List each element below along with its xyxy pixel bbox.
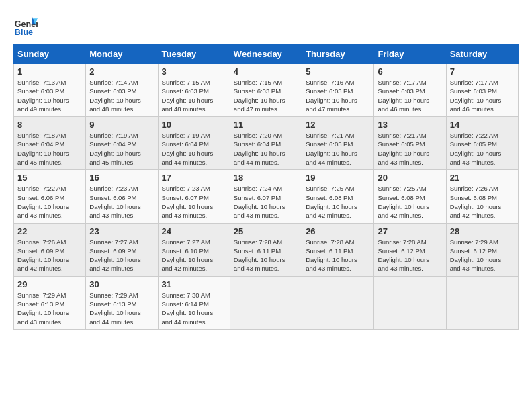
calendar-cell: 8Sunrise: 7:18 AM Sunset: 6:04 PM Daylig… bbox=[14, 117, 86, 170]
day-number: 10 bbox=[162, 120, 226, 130]
day-number: 13 bbox=[378, 120, 442, 130]
calendar-cell: 16Sunrise: 7:23 AM Sunset: 6:06 PM Dayli… bbox=[86, 170, 158, 223]
calendar-cell: 22Sunrise: 7:26 AM Sunset: 6:09 PM Dayli… bbox=[14, 223, 86, 276]
day-number: 5 bbox=[306, 66, 370, 77]
calendar-cell: 23Sunrise: 7:27 AM Sunset: 6:09 PM Dayli… bbox=[86, 223, 158, 276]
calendar-cell: 10Sunrise: 7:19 AM Sunset: 6:04 PM Dayli… bbox=[158, 117, 230, 170]
calendar-cell: 26Sunrise: 7:28 AM Sunset: 6:11 PM Dayli… bbox=[302, 223, 374, 276]
calendar-cell: 31Sunrise: 7:30 AM Sunset: 6:14 PM Dayli… bbox=[158, 276, 230, 329]
calendar-cell bbox=[230, 276, 302, 329]
week-row-2: 15Sunrise: 7:22 AM Sunset: 6:06 PM Dayli… bbox=[14, 170, 519, 223]
day-number: 18 bbox=[234, 173, 298, 183]
calendar-cell: 30Sunrise: 7:29 AM Sunset: 6:13 PM Dayli… bbox=[86, 276, 158, 329]
week-row-4: 29Sunrise: 7:29 AM Sunset: 6:13 PM Dayli… bbox=[14, 276, 519, 329]
calendar-cell: 7Sunrise: 7:17 AM Sunset: 6:03 PM Daylig… bbox=[446, 64, 518, 117]
cell-content: Sunrise: 7:30 AM Sunset: 6:14 PM Dayligh… bbox=[162, 291, 226, 326]
day-number: 29 bbox=[17, 279, 82, 289]
cell-content: Sunrise: 7:29 AM Sunset: 6:13 PM Dayligh… bbox=[89, 291, 154, 326]
calendar-cell: 25Sunrise: 7:28 AM Sunset: 6:11 PM Dayli… bbox=[230, 223, 302, 276]
cell-content: Sunrise: 7:19 AM Sunset: 6:04 PM Dayligh… bbox=[89, 131, 154, 167]
day-number: 23 bbox=[89, 226, 154, 236]
col-header-tuesday: Tuesday bbox=[158, 45, 230, 64]
week-row-1: 8Sunrise: 7:18 AM Sunset: 6:04 PM Daylig… bbox=[14, 117, 519, 170]
day-number: 4 bbox=[234, 66, 298, 77]
day-number: 19 bbox=[306, 173, 370, 183]
day-number: 26 bbox=[306, 226, 370, 236]
calendar-cell bbox=[302, 276, 374, 329]
svg-text:Blue: Blue bbox=[15, 28, 33, 37]
cell-content: Sunrise: 7:21 AM Sunset: 6:05 PM Dayligh… bbox=[306, 131, 370, 167]
cell-content: Sunrise: 7:16 AM Sunset: 6:03 PM Dayligh… bbox=[306, 78, 370, 113]
cell-content: Sunrise: 7:19 AM Sunset: 6:04 PM Dayligh… bbox=[162, 131, 226, 167]
day-number: 2 bbox=[89, 66, 154, 77]
calendar-cell: 4Sunrise: 7:15 AM Sunset: 6:03 PM Daylig… bbox=[230, 64, 302, 117]
col-header-thursday: Thursday bbox=[302, 45, 374, 64]
cell-content: Sunrise: 7:14 AM Sunset: 6:03 PM Dayligh… bbox=[89, 78, 154, 113]
cell-content: Sunrise: 7:20 AM Sunset: 6:04 PM Dayligh… bbox=[234, 131, 298, 167]
calendar-table: SundayMondayTuesdayWednesdayThursdayFrid… bbox=[13, 44, 519, 330]
calendar-cell: 18Sunrise: 7:24 AM Sunset: 6:07 PM Dayli… bbox=[230, 170, 302, 223]
calendar-cell: 3Sunrise: 7:15 AM Sunset: 6:03 PM Daylig… bbox=[158, 64, 230, 117]
calendar-cell: 5Sunrise: 7:16 AM Sunset: 6:03 PM Daylig… bbox=[302, 64, 374, 117]
calendar-cell: 20Sunrise: 7:25 AM Sunset: 6:08 PM Dayli… bbox=[374, 170, 446, 223]
day-number: 7 bbox=[450, 66, 515, 77]
col-header-saturday: Saturday bbox=[446, 45, 518, 64]
cell-content: Sunrise: 7:28 AM Sunset: 6:11 PM Dayligh… bbox=[234, 238, 298, 273]
calendar-cell: 6Sunrise: 7:17 AM Sunset: 6:03 PM Daylig… bbox=[374, 64, 446, 117]
cell-content: Sunrise: 7:28 AM Sunset: 6:11 PM Dayligh… bbox=[306, 238, 370, 273]
col-header-monday: Monday bbox=[86, 45, 158, 64]
cell-content: Sunrise: 7:15 AM Sunset: 6:03 PM Dayligh… bbox=[162, 78, 226, 113]
cell-content: Sunrise: 7:25 AM Sunset: 6:08 PM Dayligh… bbox=[378, 184, 442, 220]
cell-content: Sunrise: 7:27 AM Sunset: 6:10 PM Dayligh… bbox=[162, 238, 226, 273]
cell-content: Sunrise: 7:24 AM Sunset: 6:07 PM Dayligh… bbox=[234, 184, 298, 220]
day-number: 21 bbox=[450, 173, 515, 183]
day-number: 31 bbox=[162, 279, 226, 289]
cell-content: Sunrise: 7:26 AM Sunset: 6:09 PM Dayligh… bbox=[17, 238, 82, 273]
day-number: 3 bbox=[162, 66, 226, 77]
week-row-0: 1Sunrise: 7:13 AM Sunset: 6:03 PM Daylig… bbox=[14, 64, 519, 117]
cell-content: Sunrise: 7:23 AM Sunset: 6:06 PM Dayligh… bbox=[89, 184, 154, 220]
calendar-cell: 27Sunrise: 7:28 AM Sunset: 6:12 PM Dayli… bbox=[374, 223, 446, 276]
col-header-sunday: Sunday bbox=[14, 45, 86, 64]
day-number: 8 bbox=[17, 120, 82, 130]
cell-content: Sunrise: 7:27 AM Sunset: 6:09 PM Dayligh… bbox=[89, 238, 154, 273]
cell-content: Sunrise: 7:18 AM Sunset: 6:04 PM Dayligh… bbox=[17, 131, 82, 167]
day-number: 17 bbox=[162, 173, 226, 183]
day-number: 11 bbox=[234, 120, 298, 130]
day-number: 16 bbox=[89, 173, 154, 183]
calendar-cell: 29Sunrise: 7:29 AM Sunset: 6:13 PM Dayli… bbox=[14, 276, 86, 329]
calendar-cell: 15Sunrise: 7:22 AM Sunset: 6:06 PM Dayli… bbox=[14, 170, 86, 223]
calendar-cell: 12Sunrise: 7:21 AM Sunset: 6:05 PM Dayli… bbox=[302, 117, 374, 170]
day-number: 30 bbox=[89, 279, 154, 289]
cell-content: Sunrise: 7:23 AM Sunset: 6:07 PM Dayligh… bbox=[162, 184, 226, 220]
day-number: 12 bbox=[306, 120, 370, 130]
col-header-friday: Friday bbox=[374, 45, 446, 64]
day-number: 22 bbox=[17, 226, 82, 236]
day-number: 9 bbox=[89, 120, 154, 130]
cell-content: Sunrise: 7:21 AM Sunset: 6:05 PM Dayligh… bbox=[378, 131, 442, 167]
calendar-cell: 11Sunrise: 7:20 AM Sunset: 6:04 PM Dayli… bbox=[230, 117, 302, 170]
day-number: 24 bbox=[162, 226, 226, 236]
calendar-cell: 2Sunrise: 7:14 AM Sunset: 6:03 PM Daylig… bbox=[86, 64, 158, 117]
calendar-cell bbox=[374, 276, 446, 329]
calendar-cell bbox=[446, 276, 518, 329]
day-number: 20 bbox=[378, 173, 442, 183]
col-header-wednesday: Wednesday bbox=[230, 45, 302, 64]
cell-content: Sunrise: 7:17 AM Sunset: 6:03 PM Dayligh… bbox=[378, 78, 442, 113]
cell-content: Sunrise: 7:13 AM Sunset: 6:03 PM Dayligh… bbox=[17, 78, 82, 113]
day-number: 27 bbox=[378, 226, 442, 236]
day-number: 6 bbox=[378, 66, 442, 77]
calendar-cell: 1Sunrise: 7:13 AM Sunset: 6:03 PM Daylig… bbox=[14, 64, 86, 117]
calendar-cell: 17Sunrise: 7:23 AM Sunset: 6:07 PM Dayli… bbox=[158, 170, 230, 223]
cell-content: Sunrise: 7:22 AM Sunset: 6:05 PM Dayligh… bbox=[450, 131, 515, 167]
day-number: 1 bbox=[17, 66, 82, 77]
day-number: 14 bbox=[450, 120, 515, 130]
calendar-cell: 9Sunrise: 7:19 AM Sunset: 6:04 PM Daylig… bbox=[86, 117, 158, 170]
logo-icon: General Blue bbox=[13, 13, 38, 38]
logo: General Blue bbox=[13, 13, 42, 38]
cell-content: Sunrise: 7:25 AM Sunset: 6:08 PM Dayligh… bbox=[306, 184, 370, 220]
cell-content: Sunrise: 7:17 AM Sunset: 6:03 PM Dayligh… bbox=[450, 78, 515, 113]
cell-content: Sunrise: 7:15 AM Sunset: 6:03 PM Dayligh… bbox=[234, 78, 298, 113]
day-number: 25 bbox=[234, 226, 298, 236]
header: General Blue bbox=[13, 13, 519, 38]
